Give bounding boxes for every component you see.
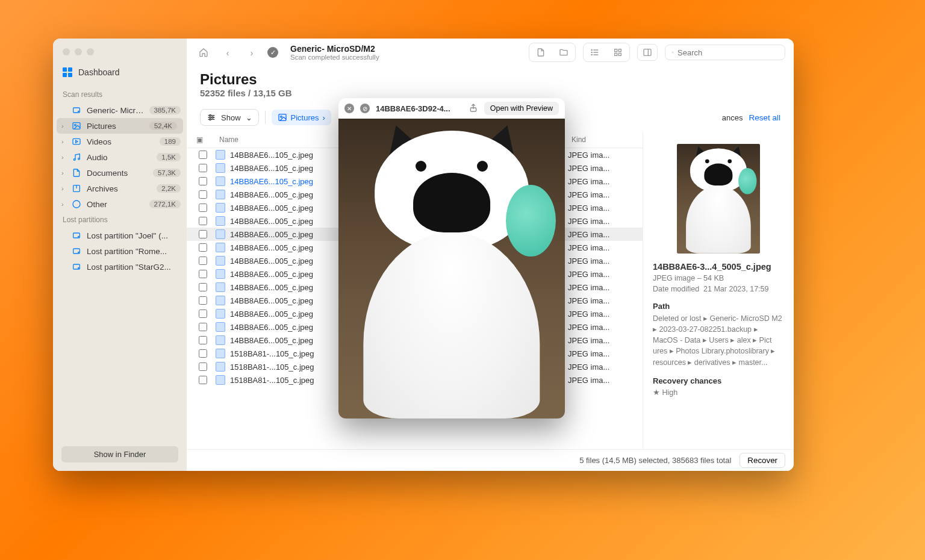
file-icon — [216, 375, 225, 385]
row-checkbox[interactable] — [199, 164, 207, 172]
kind-cell: JPEG ima... — [568, 362, 634, 372]
row-checkbox[interactable] — [199, 257, 207, 265]
svg-rect-36 — [279, 114, 286, 121]
row-checkbox[interactable] — [199, 349, 207, 358]
svg-point-28 — [672, 52, 673, 53]
sidebar-item-videos[interactable]: ›Videos189 — [53, 134, 187, 149]
col-name[interactable]: Name — [216, 135, 339, 144]
row-checkbox[interactable] — [199, 336, 207, 344]
status-bar: 5 files (14,5 MB) selected, 385683 files… — [187, 449, 794, 471]
chances-label: Recovery chances — [653, 376, 784, 385]
kind-cell: JPEG ima... — [568, 336, 634, 345]
quicklook-window[interactable]: ✕ ⊘ 14BB8AE6-3D92-4... Open with Preview — [338, 98, 565, 418]
other-icon — [71, 199, 82, 209]
kind-cell: JPEG ima... — [568, 349, 634, 358]
filter-icon — [207, 113, 216, 122]
grid-view-icon[interactable] — [608, 45, 628, 60]
back-button[interactable]: ‹ — [219, 44, 236, 61]
row-checkbox[interactable] — [199, 217, 207, 225]
file-icon — [216, 203, 225, 213]
svg-point-1 — [78, 111, 79, 111]
sidebar-item-other[interactable]: ›Other272,1K — [53, 196, 187, 212]
sidebar-item-generic-micro-[interactable]: Generic- Micro...385,7K — [53, 102, 187, 118]
row-checkbox[interactable] — [199, 310, 207, 318]
file-name: 14BB8AE6...105_c.jpeg — [230, 164, 313, 173]
show-in-finder-button[interactable]: Show in Finder — [61, 446, 178, 462]
kind-cell: JPEG ima... — [568, 376, 634, 385]
list-view-icon[interactable] — [585, 45, 605, 60]
lost-partition-item[interactable]: Lost partition "Joel" (... — [53, 228, 187, 243]
svg-point-13 — [78, 252, 79, 252]
quicklook-filename: 14BB8AE6-3D92-4... — [376, 104, 462, 113]
file-icon — [216, 216, 225, 226]
sidebar-item-audio[interactable]: ›Audio1,5K — [53, 149, 187, 165]
file-icon — [216, 269, 225, 279]
window-controls[interactable] — [53, 45, 187, 64]
row-checkbox[interactable] — [199, 190, 207, 199]
folder-icon[interactable] — [553, 45, 574, 60]
row-checkbox[interactable] — [199, 283, 207, 291]
chevron-right-icon: › — [61, 169, 66, 176]
recover-button[interactable]: Recover — [740, 453, 785, 468]
forward-button[interactable]: › — [243, 44, 260, 61]
kind-cell: JPEG ima... — [568, 204, 634, 213]
scan-results-label: Scan results — [53, 87, 187, 102]
row-checkbox[interactable] — [199, 376, 207, 384]
close-icon[interactable]: ✕ — [344, 104, 354, 113]
toolbar-title: Generic- MicroSD/M2 Scan completed succe… — [290, 44, 522, 61]
svg-point-33 — [210, 114, 211, 116]
file-name: 14BB8AE6...005_c.jpeg — [230, 217, 313, 226]
row-checkbox[interactable] — [199, 151, 207, 159]
chevron-right-icon: › — [61, 122, 66, 129]
row-checkbox[interactable] — [199, 230, 207, 238]
reset-all-button[interactable]: Reset all — [749, 113, 780, 122]
dashboard-link[interactable]: Dashboard — [53, 64, 187, 87]
row-checkbox[interactable] — [199, 296, 207, 305]
filter-chip-chances-partial[interactable]: ances — [722, 113, 743, 122]
svg-point-20 — [591, 52, 592, 52]
view-mode-file — [529, 43, 576, 62]
home-icon[interactable] — [195, 44, 212, 61]
search-input[interactable] — [677, 48, 779, 57]
kind-cell: JPEG ima... — [568, 177, 634, 186]
sidebar-item-pictures[interactable]: ›Pictures52,4K — [57, 118, 183, 134]
panel-toggle-icon[interactable] — [637, 44, 658, 61]
col-kind[interactable]: Kind — [568, 135, 634, 144]
chevron-right-icon: › — [61, 185, 66, 192]
disk-icon — [71, 246, 82, 256]
kind-cell: JPEG ima... — [568, 257, 634, 266]
row-checkbox[interactable] — [199, 362, 207, 371]
kind-cell: JPEG ima... — [568, 190, 634, 199]
sidebar-item-documents[interactable]: ›Documents57,3K — [53, 165, 187, 181]
sidebar-item-archives[interactable]: ›Archives2,2K — [53, 181, 187, 196]
image-icon — [278, 113, 287, 122]
svg-rect-4 — [73, 138, 80, 144]
row-checkbox[interactable] — [199, 177, 207, 185]
file-name: 14BB8AE6...005_c.jpeg — [230, 204, 313, 213]
details-modified: Date modified 21 Mar 2023, 17:59 — [653, 285, 784, 293]
open-with-preview-button[interactable]: Open with Preview — [484, 102, 559, 115]
row-checkbox[interactable] — [199, 270, 207, 278]
dashboard-label: Dashboard — [78, 67, 120, 77]
filter-chip-pictures[interactable]: Pictures › — [272, 110, 331, 125]
volume-title: Generic- MicroSD/M2 — [290, 44, 522, 54]
row-checkbox[interactable] — [199, 243, 207, 252]
row-checkbox[interactable] — [199, 204, 207, 212]
block-icon[interactable]: ⊘ — [360, 104, 370, 113]
file-icon — [216, 256, 225, 266]
share-icon[interactable] — [469, 103, 478, 114]
lost-partition-item[interactable]: Lost partition "StarG2... — [53, 259, 187, 275]
star-icon: ★ — [653, 388, 660, 397]
row-checkbox[interactable] — [199, 323, 207, 331]
lost-partition-item[interactable]: Lost partition "Rome... — [53, 243, 187, 259]
file-icon[interactable] — [531, 45, 551, 60]
search-field[interactable] — [665, 45, 785, 60]
kind-cell: JPEG ima... — [568, 310, 634, 319]
file-icon — [216, 349, 225, 358]
show-button[interactable]: Show ⌄ — [200, 109, 259, 126]
count-badge: 1,5K — [157, 153, 181, 161]
sidebar: Dashboard Scan results Generic- Micro...… — [53, 39, 187, 471]
file-name: 14BB8AE6...005_c.jpeg — [230, 323, 313, 332]
select-all-checkbox[interactable]: ▣ — [190, 135, 216, 144]
svg-point-15 — [78, 267, 79, 268]
